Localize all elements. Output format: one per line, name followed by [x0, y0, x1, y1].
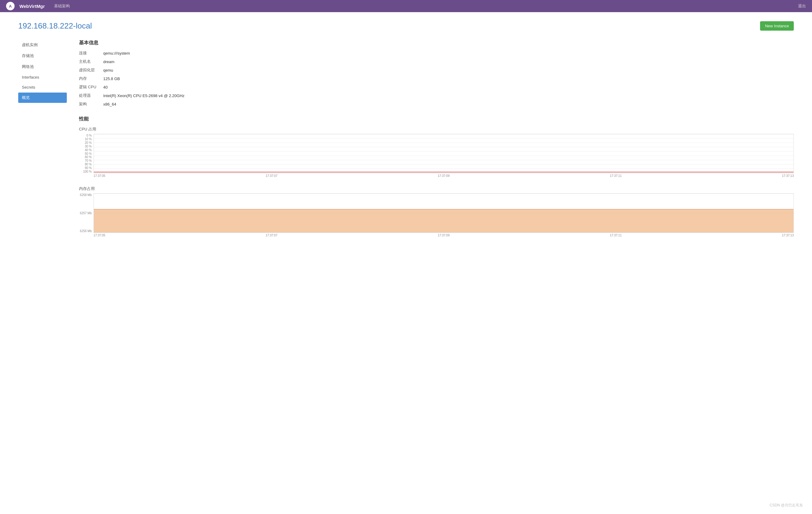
main-panel: 基本信息 连接 qemu:///system 主机名 dream 虚拟化层 qe…: [79, 40, 794, 245]
page-title: 192.168.18.222-local: [18, 21, 760, 31]
cpu-chart-area: 100 % 90 % 80 % 70 % 60 % 50 % 40 % 30 %…: [79, 134, 794, 173]
cpu-x-axis: 17:37:05 17:37:07 17:37:09 17:37:11 17:3…: [93, 174, 794, 178]
info-row-cpu: 逻辑 CPU 40: [79, 84, 794, 90]
basic-info-table: 连接 qemu:///system 主机名 dream 虚拟化层 qemu 内存…: [79, 50, 794, 107]
value-connection: qemu:///system: [103, 51, 130, 56]
value-hypervisor: qemu: [103, 68, 113, 72]
logout-button[interactable]: 退出: [798, 3, 806, 9]
memory-chart-label: 内存占用: [79, 186, 794, 191]
memory-y-axis: 6258 Mb 6257 Mb 6256 Mb: [79, 193, 93, 233]
info-row-hypervisor: 虚拟化层 qemu: [79, 67, 794, 73]
sidebar-item-overview[interactable]: 概览: [18, 93, 67, 103]
memory-x-axis: 17:37:05 17:37:07 17:37:09 17:37:11 17:3…: [93, 234, 794, 237]
label-memory: 内存: [79, 76, 103, 81]
nav-link-infrastructure[interactable]: 基础架构: [54, 3, 70, 9]
sidebar-item-secrets[interactable]: Secrets: [18, 83, 67, 92]
label-processor: 处理器: [79, 93, 103, 98]
value-processor: Intel(R) Xeon(R) CPU E5-2698 v4 @ 2.20GH…: [103, 93, 185, 98]
info-row-hostname: 主机名 dream: [79, 59, 794, 64]
main-content: 192.168.18.222-local New Instance 虚机实例 存…: [0, 12, 812, 254]
performance-title: 性能: [79, 116, 794, 122]
memory-chart-container: 内存占用 6258 Mb 6257 Mb 6256 Mb: [79, 186, 794, 237]
sidebar-item-vm-instances[interactable]: 虚机实例: [18, 40, 67, 50]
cpu-grid-lines: [94, 134, 793, 173]
value-arch: x86_64: [103, 102, 116, 107]
cpu-chart-plot: [93, 134, 794, 173]
sidebar-item-storage-pool[interactable]: 存储池: [18, 51, 67, 61]
memory-chart-plot: [93, 193, 794, 233]
basic-info-title: 基本信息: [79, 40, 794, 46]
cpu-y-axis: 100 % 90 % 80 % 70 % 60 % 50 % 40 % 30 %…: [79, 134, 93, 173]
body-layout: 虚机实例 存储池 网络池 Interfaces Secrets 概览 基本信息: [18, 40, 794, 245]
info-row-memory: 内存 125.8 GB: [79, 76, 794, 81]
info-row-processor: 处理器 Intel(R) Xeon(R) CPU E5-2698 v4 @ 2.…: [79, 93, 794, 98]
sidebar-item-network-pool[interactable]: 网络池: [18, 62, 67, 72]
sidebar: 虚机实例 存储池 网络池 Interfaces Secrets 概览: [18, 40, 67, 245]
info-row-arch: 架构 x86_64: [79, 101, 794, 107]
new-instance-button[interactable]: New Instance: [760, 21, 794, 31]
info-row-connection: 连接 qemu:///system: [79, 50, 794, 56]
label-cpu: 逻辑 CPU: [79, 84, 103, 90]
app-brand: WebVirtMgr: [20, 4, 45, 9]
memory-chart-area: 6258 Mb 6257 Mb 6256 Mb: [79, 193, 794, 233]
value-hostname: dream: [103, 59, 114, 64]
cpu-chart-container: CPU 占用 100 % 90 % 80 % 70 % 60 % 50 % 40…: [79, 126, 794, 178]
label-hostname: 主机名: [79, 59, 103, 64]
memory-usage-fill: [94, 209, 793, 233]
top-navigation: A WebVirtMgr 基础架构 退出: [0, 0, 812, 12]
performance-section: 性能 CPU 占用 100 % 90 % 80 % 70 % 60 % 50 %…: [79, 116, 794, 237]
sidebar-item-interfaces[interactable]: Interfaces: [18, 72, 67, 82]
label-arch: 架构: [79, 101, 103, 107]
page-header: 192.168.18.222-local New Instance: [18, 21, 794, 31]
cpu-usage-line: [94, 172, 793, 172]
value-cpu: 40: [103, 85, 108, 90]
app-logo: A: [6, 2, 14, 10]
cpu-chart-label: CPU 占用: [79, 126, 794, 132]
label-hypervisor: 虚拟化层: [79, 67, 103, 73]
label-connection: 连接: [79, 50, 103, 56]
value-memory: 125.8 GB: [103, 77, 120, 81]
